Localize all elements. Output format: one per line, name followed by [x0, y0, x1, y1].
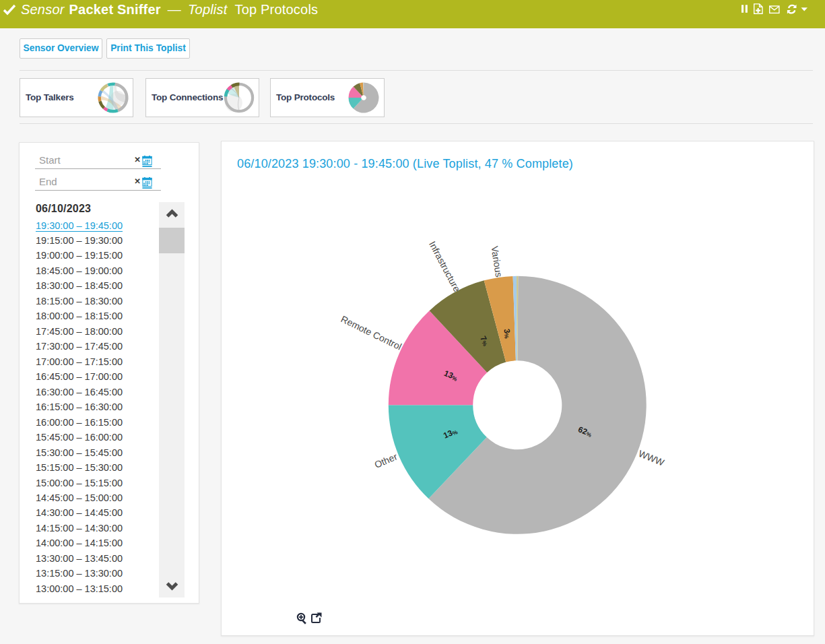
svg-text:Other: Other — [373, 451, 399, 470]
svg-text:Various: Various — [489, 245, 504, 278]
svg-text:Infrastructure: Infrastructure — [427, 239, 463, 294]
svg-text:WWW: WWW — [637, 448, 666, 468]
svg-text:Remote Control: Remote Control — [339, 313, 403, 352]
